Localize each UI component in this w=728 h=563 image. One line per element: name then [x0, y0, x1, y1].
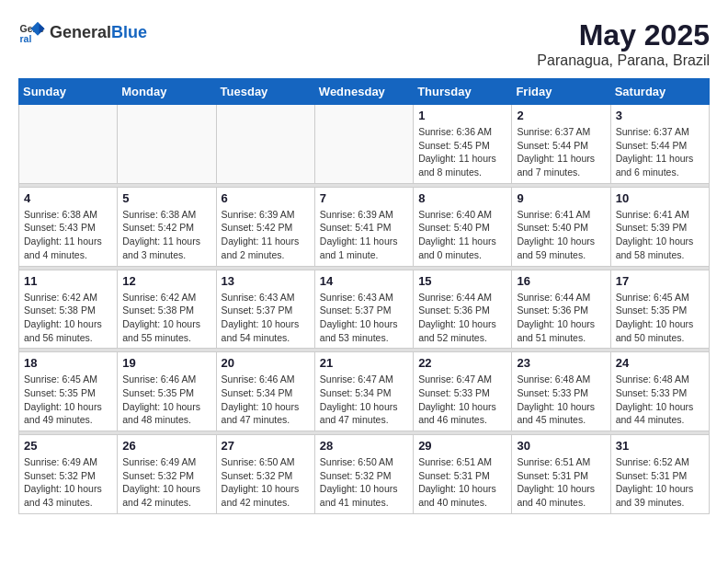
day-info: Sunrise: 6:41 AM Sunset: 5:40 PM Dayligh… [517, 208, 605, 262]
svg-text:ral: ral [20, 33, 32, 44]
day-number: 17 [616, 274, 704, 288]
week-row-4: 18Sunrise: 6:45 AM Sunset: 5:35 PM Dayli… [19, 352, 710, 431]
day-info: Sunrise: 6:40 AM Sunset: 5:40 PM Dayligh… [418, 208, 506, 262]
day-info: Sunrise: 6:44 AM Sunset: 5:36 PM Dayligh… [418, 291, 506, 345]
day-info: Sunrise: 6:45 AM Sunset: 5:35 PM Dayligh… [24, 373, 112, 427]
day-info: Sunrise: 6:42 AM Sunset: 5:38 PM Dayligh… [24, 291, 112, 345]
day-info: Sunrise: 6:42 AM Sunset: 5:38 PM Dayligh… [122, 291, 210, 345]
weekday-header-tuesday: Tuesday [216, 79, 314, 105]
weekday-header-wednesday: Wednesday [314, 79, 413, 105]
day-info: Sunrise: 6:43 AM Sunset: 5:37 PM Dayligh… [222, 291, 310, 345]
day-info: Sunrise: 6:47 AM Sunset: 5:34 PM Dayligh… [320, 373, 408, 427]
day-cell-30: 30Sunrise: 6:51 AM Sunset: 5:31 PM Dayli… [512, 435, 610, 514]
day-cell-31: 31Sunrise: 6:52 AM Sunset: 5:31 PM Dayli… [610, 435, 709, 514]
week-row-3: 11Sunrise: 6:42 AM Sunset: 5:38 PM Dayli… [19, 270, 710, 349]
day-number: 24 [616, 356, 704, 370]
location-title: Paranagua, Parana, Brazil [537, 52, 710, 69]
day-number: 31 [616, 439, 704, 453]
logo-blue-text: Blue [111, 23, 147, 42]
day-info: Sunrise: 6:36 AM Sunset: 5:45 PM Dayligh… [418, 125, 506, 179]
day-info: Sunrise: 6:48 AM Sunset: 5:33 PM Dayligh… [616, 373, 704, 427]
day-cell-21: 21Sunrise: 6:47 AM Sunset: 5:34 PM Dayli… [314, 352, 413, 431]
day-info: Sunrise: 6:51 AM Sunset: 5:31 PM Dayligh… [418, 455, 506, 510]
day-info: Sunrise: 6:39 AM Sunset: 5:41 PM Dayligh… [320, 208, 408, 262]
day-cell-10: 10Sunrise: 6:41 AM Sunset: 5:39 PM Dayli… [610, 187, 709, 266]
day-number: 10 [616, 191, 704, 205]
day-number: 13 [222, 274, 310, 288]
day-cell-8: 8Sunrise: 6:40 AM Sunset: 5:40 PM Daylig… [414, 187, 512, 266]
day-info: Sunrise: 6:46 AM Sunset: 5:34 PM Dayligh… [222, 373, 310, 427]
day-number: 12 [122, 274, 210, 288]
day-info: Sunrise: 6:49 AM Sunset: 5:32 PM Dayligh… [24, 455, 112, 510]
month-title: May 2025 [537, 18, 710, 52]
day-cell-23: 23Sunrise: 6:48 AM Sunset: 5:33 PM Dayli… [512, 352, 610, 431]
day-cell-5: 5Sunrise: 6:38 AM Sunset: 5:42 PM Daylig… [118, 187, 216, 266]
empty-cell [216, 105, 314, 184]
day-info: Sunrise: 6:48 AM Sunset: 5:33 PM Dayligh… [517, 373, 605, 427]
day-cell-17: 17Sunrise: 6:45 AM Sunset: 5:35 PM Dayli… [610, 270, 709, 349]
day-cell-4: 4Sunrise: 6:38 AM Sunset: 5:43 PM Daylig… [19, 187, 118, 266]
day-cell-3: 3Sunrise: 6:37 AM Sunset: 5:44 PM Daylig… [610, 105, 709, 184]
day-cell-25: 25Sunrise: 6:49 AM Sunset: 5:32 PM Dayli… [19, 435, 118, 514]
day-number: 3 [616, 109, 704, 122]
day-info: Sunrise: 6:38 AM Sunset: 5:42 PM Dayligh… [122, 208, 210, 262]
title-area: May 2025 Paranagua, Parana, Brazil [537, 18, 710, 69]
day-cell-14: 14Sunrise: 6:43 AM Sunset: 5:37 PM Dayli… [314, 270, 413, 349]
day-cell-18: 18Sunrise: 6:45 AM Sunset: 5:35 PM Dayli… [19, 352, 118, 431]
logo: Gene ral GeneralBlue [18, 18, 147, 46]
day-info: Sunrise: 6:50 AM Sunset: 5:32 PM Dayligh… [222, 455, 310, 510]
day-cell-7: 7Sunrise: 6:39 AM Sunset: 5:41 PM Daylig… [314, 187, 413, 266]
day-number: 8 [418, 191, 506, 205]
day-number: 21 [320, 356, 408, 370]
week-row-1: 1Sunrise: 6:36 AM Sunset: 5:45 PM Daylig… [19, 105, 710, 184]
day-number: 22 [418, 356, 506, 370]
day-cell-24: 24Sunrise: 6:48 AM Sunset: 5:33 PM Dayli… [610, 352, 709, 431]
weekday-header-sunday: Sunday [19, 79, 118, 105]
page-header: Gene ral GeneralBlue May 2025 Paranagua,… [18, 18, 710, 69]
day-number: 18 [24, 356, 112, 370]
day-cell-11: 11Sunrise: 6:42 AM Sunset: 5:38 PM Dayli… [19, 270, 118, 349]
day-cell-26: 26Sunrise: 6:49 AM Sunset: 5:32 PM Dayli… [118, 435, 216, 514]
day-cell-27: 27Sunrise: 6:50 AM Sunset: 5:32 PM Dayli… [216, 435, 314, 514]
day-number: 2 [517, 109, 605, 122]
day-cell-20: 20Sunrise: 6:46 AM Sunset: 5:34 PM Dayli… [216, 352, 314, 431]
day-number: 23 [517, 356, 605, 370]
day-info: Sunrise: 6:45 AM Sunset: 5:35 PM Dayligh… [616, 291, 704, 345]
day-info: Sunrise: 6:52 AM Sunset: 5:31 PM Dayligh… [616, 455, 704, 510]
weekday-header-row: SundayMondayTuesdayWednesdayThursdayFrid… [19, 79, 710, 105]
day-number: 27 [222, 439, 310, 453]
day-cell-6: 6Sunrise: 6:39 AM Sunset: 5:42 PM Daylig… [216, 187, 314, 266]
day-cell-16: 16Sunrise: 6:44 AM Sunset: 5:36 PM Dayli… [512, 270, 610, 349]
day-number: 15 [418, 274, 506, 288]
day-cell-19: 19Sunrise: 6:46 AM Sunset: 5:35 PM Dayli… [118, 352, 216, 431]
empty-cell [118, 105, 216, 184]
day-number: 25 [24, 439, 112, 453]
day-number: 14 [320, 274, 408, 288]
day-cell-28: 28Sunrise: 6:50 AM Sunset: 5:32 PM Dayli… [314, 435, 413, 514]
day-info: Sunrise: 6:46 AM Sunset: 5:35 PM Dayligh… [122, 373, 210, 427]
day-cell-12: 12Sunrise: 6:42 AM Sunset: 5:38 PM Dayli… [118, 270, 216, 349]
day-number: 6 [222, 191, 310, 205]
day-info: Sunrise: 6:37 AM Sunset: 5:44 PM Dayligh… [616, 125, 704, 179]
empty-cell [314, 105, 413, 184]
weekday-header-saturday: Saturday [610, 79, 709, 105]
week-row-2: 4Sunrise: 6:38 AM Sunset: 5:43 PM Daylig… [19, 187, 710, 266]
weekday-header-friday: Friday [512, 79, 610, 105]
day-number: 11 [24, 274, 112, 288]
day-number: 20 [222, 356, 310, 370]
day-number: 30 [517, 439, 605, 453]
day-cell-15: 15Sunrise: 6:44 AM Sunset: 5:36 PM Dayli… [414, 270, 512, 349]
day-number: 5 [122, 191, 210, 205]
day-cell-22: 22Sunrise: 6:47 AM Sunset: 5:33 PM Dayli… [414, 352, 512, 431]
logo-icon: Gene ral [18, 18, 46, 46]
weekday-header-thursday: Thursday [414, 79, 512, 105]
day-number: 29 [418, 439, 506, 453]
day-info: Sunrise: 6:51 AM Sunset: 5:31 PM Dayligh… [517, 455, 605, 510]
day-number: 26 [122, 439, 210, 453]
day-info: Sunrise: 6:43 AM Sunset: 5:37 PM Dayligh… [320, 291, 408, 345]
day-info: Sunrise: 6:47 AM Sunset: 5:33 PM Dayligh… [418, 373, 506, 427]
day-number: 7 [320, 191, 408, 205]
day-number: 28 [320, 439, 408, 453]
logo-general-text: General [50, 23, 111, 42]
day-info: Sunrise: 6:41 AM Sunset: 5:39 PM Dayligh… [616, 208, 704, 262]
